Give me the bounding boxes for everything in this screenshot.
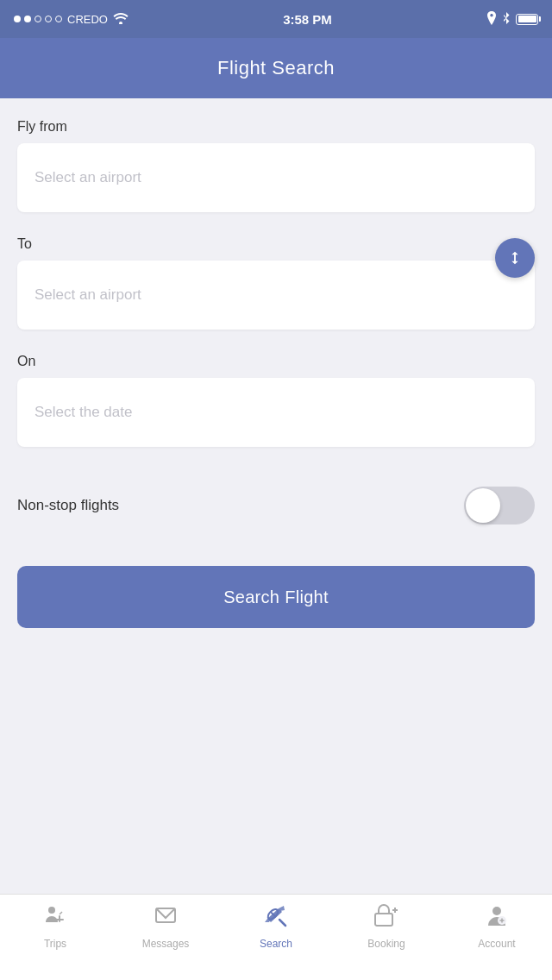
to-placeholder: Select an airport [34,286,141,304]
swap-button[interactable] [495,238,535,278]
status-bar: CREDO 3:58 PM [0,0,552,38]
dot3 [34,16,41,22]
dot4 [45,16,52,22]
trips-icon [43,903,67,933]
page-title: Flight Search [217,57,335,79]
svg-rect-3 [55,919,64,920]
carrier-label: CREDO [67,13,108,26]
to-input[interactable]: Select an airport [17,261,535,330]
to-label: To [17,236,535,252]
tab-trips[interactable]: Trips [0,903,110,950]
fly-from-placeholder: Select an airport [34,169,141,186]
bluetooth-icon [502,11,511,28]
location-icon [486,11,497,28]
toggle-knob [466,488,500,523]
svg-point-11 [492,907,501,915]
main-content: Fly from Select an airport To Select an … [0,98,552,649]
svg-rect-8 [375,914,392,926]
nonstop-toggle[interactable] [464,487,535,525]
search-label: Search [260,938,292,950]
search-icon [263,903,289,933]
messages-icon [154,903,178,933]
status-left: CREDO [14,12,129,27]
on-section: On Select the date [17,354,535,447]
nonstop-row: Non-stop flights [17,471,535,540]
tab-bar: Trips Messages Search [0,894,552,980]
swap-icon [505,248,524,267]
tab-booking[interactable]: Booking [331,903,442,950]
status-right [486,11,538,28]
account-label: Account [478,938,515,950]
status-time: 3:58 PM [283,12,332,27]
wifi-icon [113,12,129,27]
page-header: Flight Search [0,38,552,98]
booking-icon [373,903,399,933]
battery-fill [518,16,536,22]
dot5 [55,16,62,22]
date-input[interactable]: Select the date [17,378,535,447]
booking-label: Booking [367,938,405,950]
fly-from-input[interactable]: Select an airport [17,143,535,212]
tab-search[interactable]: Search [221,903,331,950]
svg-point-1 [48,907,55,914]
search-flight-label: Search Flight [223,587,329,607]
fly-from-section: Fly from Select an airport [17,119,535,212]
signal-dots [14,16,62,22]
svg-point-0 [119,22,122,24]
tab-account[interactable]: Account [442,903,552,950]
to-section: To Select an airport [17,236,535,354]
on-label: On [17,354,535,369]
dot2 [24,16,31,22]
messages-label: Messages [142,938,190,950]
trips-label: Trips [44,938,66,950]
tab-messages[interactable]: Messages [110,903,221,950]
battery-icon [516,14,538,25]
to-row: To Select an airport [17,236,535,354]
date-placeholder: Select the date [34,404,132,421]
svg-line-7 [279,920,285,926]
fly-from-label: Fly from [17,119,535,135]
search-flight-button[interactable]: Search Flight [17,566,535,628]
account-icon [485,903,509,933]
nonstop-label: Non-stop flights [17,497,119,514]
dot1 [14,16,21,22]
